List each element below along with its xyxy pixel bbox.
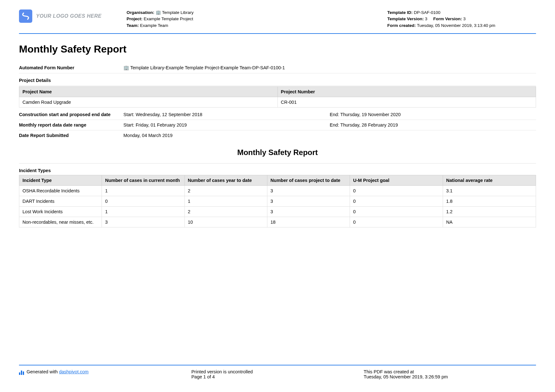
table-cell: 2 [184, 185, 267, 196]
table-cell: 1 [102, 206, 184, 217]
table-cell: 3.1 [443, 185, 536, 196]
incidents-table: Incident Type Number of cases in current… [19, 175, 536, 227]
table-cell: Lost Work Incidents [19, 206, 102, 217]
table-cell: 2 [184, 206, 267, 217]
table-cell: 0 [102, 196, 184, 206]
project-label: Project: [127, 16, 142, 21]
table-row: Non-recordables, near misses, etc.310180… [19, 217, 536, 227]
team-label: Team: [127, 23, 139, 28]
table-cell: 10 [184, 217, 267, 227]
range-end: End: Thursday, 28 February 2019 [330, 122, 536, 128]
submitted-value: Monday, 04 March 2019 [123, 133, 536, 138]
page-title: Monthly Safety Report [19, 43, 536, 55]
header-meta-right: Template ID: DP-SAF-0100 Template Versio… [387, 9, 536, 29]
footer-right: This PDF was created at Tuesday, 05 Nove… [364, 369, 536, 379]
col-incident-type: Incident Type [19, 175, 102, 185]
uncontrolled-text: Printed version is uncontrolled [191, 369, 364, 374]
header-rule [19, 33, 536, 34]
cell-project-number: CR-001 [278, 97, 536, 107]
col-project-goal: U-M Project goal [350, 175, 443, 185]
project-details-label: Project Details [19, 73, 536, 86]
page-indicator: Page 1 of 4 [191, 374, 364, 379]
col-project-name: Project Name [19, 86, 278, 97]
table-cell: 0 [350, 206, 443, 217]
document-footer: Generated with dashpivot.com Printed ver… [19, 365, 536, 379]
template-id-value: DP-SAF-0100 [414, 10, 440, 15]
form-version-label: Form Version: [433, 16, 462, 21]
table-header-row: Incident Type Number of cases in current… [19, 175, 536, 185]
table-cell: Non-recordables, near misses, etc. [19, 217, 102, 227]
col-project-number: Project Number [278, 86, 536, 97]
construction-end: End: Thursday, 19 November 2020 [330, 112, 536, 117]
table-cell: OSHA Recordable Incidents [19, 185, 102, 196]
report-range-label: Monthly report data date range [19, 122, 123, 128]
table-cell: 1.2 [443, 206, 536, 217]
auto-form-row: Automated Form Number 🏢 Template Library… [19, 63, 536, 73]
form-version-value: 3 [463, 16, 466, 21]
project-details-table: Project Name Project Number Camden Road … [19, 86, 536, 108]
org-label: Organisation: [127, 10, 154, 15]
template-version-value: 3 [425, 16, 427, 21]
pdf-created-label: This PDF was created at [364, 369, 536, 374]
template-id-label: Template ID: [387, 10, 413, 15]
construction-dates-label: Construction start and proposed end date [19, 112, 123, 117]
incidents-label: Incident Types [19, 164, 536, 174]
table-row: Camden Road Upgrade CR-001 [19, 97, 536, 107]
table-cell: NA [443, 217, 536, 227]
project-value: Example Template Project [144, 16, 193, 21]
team-value: Example Team [140, 23, 168, 28]
footer-center: Printed version is uncontrolled Page 1 o… [191, 369, 364, 379]
dashpivot-icon [19, 370, 24, 375]
table-cell: 3 [267, 206, 350, 217]
table-cell: 3 [102, 217, 184, 227]
table-cell: 0 [350, 185, 443, 196]
table-row: OSHA Recordable Incidents12303.1 [19, 185, 536, 196]
table-header-row: Project Name Project Number [19, 86, 536, 97]
org-value: 🏢 Template Library [156, 10, 194, 15]
table-cell: 3 [267, 196, 350, 206]
table-cell: 0 [350, 196, 443, 206]
form-created-value: Tuesday, 05 November 2019, 3:13:40 pm [417, 23, 496, 28]
dashpivot-link[interactable]: dashpivot.com [59, 369, 89, 374]
submitted-label: Date Report Submitted [19, 133, 123, 138]
range-start: Start: Friday, 01 February 2019 [123, 122, 330, 128]
logo-icon [19, 9, 32, 23]
table-cell: 18 [267, 217, 350, 227]
document-page: YOUR LOGO GOES HERE Organisation: 🏢 Temp… [0, 0, 555, 227]
header-meta-left: Organisation: 🏢 Template Library Project… [127, 9, 387, 29]
table-cell: 1.8 [443, 196, 536, 206]
section-title: Monthly Safety Report [19, 148, 536, 157]
col-year-to-date: Number of cases year to date [184, 175, 267, 185]
table-cell: 1 [184, 196, 267, 206]
col-national-avg: National average rate [443, 175, 536, 185]
table-row: Lost Work Incidents12301.2 [19, 206, 536, 217]
col-project-to-date: Number of cases project to date [267, 175, 350, 185]
auto-form-value: 🏢 Template Library-Example Template Proj… [123, 65, 536, 71]
logo-placeholder-text: YOUR LOGO GOES HERE [36, 13, 102, 19]
template-version-label: Template Version: [387, 16, 424, 21]
table-row: DART Incidents01301.8 [19, 196, 536, 206]
submitted-row: Date Report Submitted Monday, 04 March 2… [19, 130, 536, 140]
table-cell: 1 [102, 185, 184, 196]
report-range-row: Monthly report data date range Start: Fr… [19, 120, 536, 130]
generated-prefix: Generated with [27, 369, 59, 374]
form-created-label: Form created: [387, 23, 416, 28]
construction-dates-row: Construction start and proposed end date… [19, 109, 536, 120]
cell-project-name: Camden Road Upgrade [19, 97, 278, 107]
construction-start: Start: Wednesday, 12 September 2018 [123, 112, 330, 117]
document-header: YOUR LOGO GOES HERE Organisation: 🏢 Temp… [19, 9, 536, 32]
col-current-month: Number of cases in current month [102, 175, 184, 185]
pdf-created-value: Tuesday, 05 November 2019, 3:26:59 pm [364, 374, 536, 379]
footer-left: Generated with dashpivot.com [19, 369, 191, 379]
table-cell: DART Incidents [19, 196, 102, 206]
table-cell: 0 [350, 217, 443, 227]
logo-block: YOUR LOGO GOES HERE [19, 9, 127, 23]
auto-form-label: Automated Form Number [19, 65, 123, 71]
table-cell: 3 [267, 185, 350, 196]
